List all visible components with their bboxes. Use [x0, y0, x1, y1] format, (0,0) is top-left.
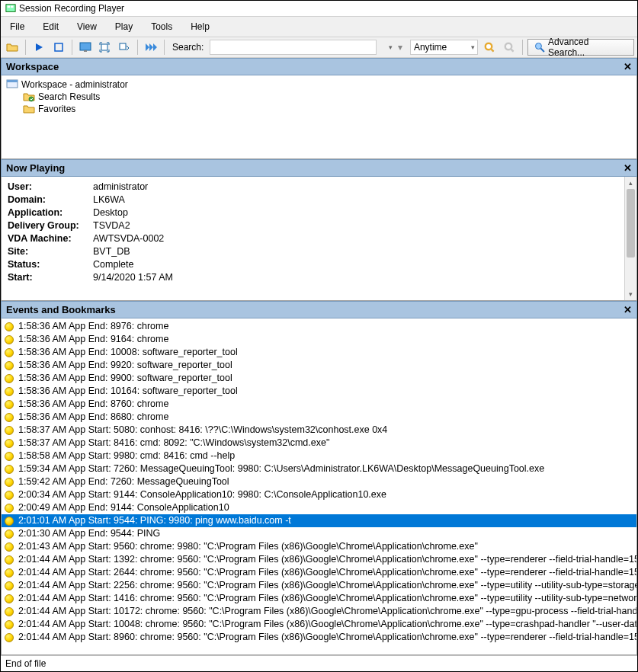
stop-button[interactable] [50, 39, 67, 56]
event-row[interactable]: 1:59:34 AM App Start: 7260: MessageQueui… [2, 462, 636, 475]
event-row[interactable]: 1:58:36 AM App End: 8976: chrome [2, 320, 636, 333]
event-row[interactable]: 2:01:44 AM App Start: 10172: chrome: 956… [2, 605, 636, 618]
event-text: 2:01:30 AM App End: 9544: PING [18, 527, 160, 540]
event-dot-icon [5, 439, 14, 448]
separator [72, 40, 72, 55]
time-filter-dropdown[interactable]: Anytime [410, 40, 479, 55]
fit-button[interactable] [96, 39, 113, 56]
event-text: 1:58:37 AM App Start: 5080: conhost: 841… [18, 424, 387, 437]
tree-favorites[interactable]: Favorites [6, 103, 632, 115]
event-row[interactable]: 2:01:44 AM App Start: 2256: chrome: 9560… [2, 579, 636, 592]
event-dot-icon [5, 478, 14, 487]
event-row[interactable]: 1:58:36 AM App End: 10164: software_repo… [2, 385, 636, 398]
event-row[interactable]: 1:58:36 AM App End: 8760: chrome [2, 398, 636, 411]
event-dot-icon [5, 322, 14, 331]
event-row[interactable]: 1:58:36 AM App End: 9164: chrome [2, 333, 636, 346]
event-row[interactable]: 2:01:44 AM App Start: 8960: chrome: 9560… [2, 631, 636, 644]
menu-edit[interactable]: Edit [34, 19, 68, 34]
event-row[interactable]: 2:01:44 AM App Start: 10048: chrome: 956… [2, 618, 636, 631]
search-input[interactable] [210, 40, 377, 55]
separator [25, 40, 26, 55]
nowplaying-row: VDA Machine:AWTSVDA-0002 [8, 232, 618, 245]
nowplaying-close-button[interactable]: ✕ [624, 162, 632, 174]
event-row[interactable]: 1:58:36 AM App End: 10008: software_repo… [2, 346, 636, 359]
nowplaying-key: Delivery Group: [8, 219, 93, 232]
event-row[interactable]: 2:01:44 AM App Start: 2644: chrome: 9560… [2, 566, 636, 579]
nowplaying-value: Complete [93, 258, 134, 271]
open-button[interactable] [4, 39, 21, 56]
nowplaying-value: administrator [93, 181, 148, 194]
separator [137, 40, 138, 55]
event-row[interactable]: 1:58:36 AM App End: 8680: chrome [2, 411, 636, 424]
nowplaying-value: BVT_DB [93, 245, 130, 258]
nowplaying-key: Status: [8, 258, 93, 271]
play-button[interactable] [30, 39, 47, 56]
event-row[interactable]: 1:58:37 AM App Start: 8416: cmd: 8092: "… [2, 437, 636, 450]
menu-help[interactable]: Help [181, 19, 219, 34]
event-row[interactable]: 1:59:42 AM App End: 7260: MessageQueuing… [2, 475, 636, 488]
event-row[interactable]: 2:01:43 AM App Start: 9560: chrome: 9980… [2, 540, 636, 553]
menu-view[interactable]: View [68, 19, 106, 34]
event-row[interactable]: 2:01:44 AM App Start: 1416: chrome: 9560… [2, 592, 636, 605]
tree-search-results[interactable]: Search Results [6, 91, 632, 103]
event-row[interactable]: 2:01:01 AM App Start: 9544: PING: 9980: … [2, 514, 636, 527]
time-filter-value: Anytime [414, 42, 447, 53]
event-text: 1:58:36 AM App End: 9164: chrome [18, 333, 168, 346]
workspace-close-button[interactable]: ✕ [624, 61, 632, 72]
search-label: Search: [172, 42, 204, 53]
fast-forward-button[interactable] [143, 39, 159, 56]
workspace-header: Workspace ✕ [1, 58, 637, 75]
event-dot-icon [5, 530, 14, 539]
nowplaying-key: Domain: [8, 194, 93, 206]
event-dot-icon [5, 348, 14, 357]
event-dot-icon [5, 555, 14, 565]
svg-point-8 [486, 44, 491, 49]
event-row[interactable]: 2:00:49 AM App End: 9144: ConsoleApplica… [2, 501, 636, 514]
resize-button[interactable] [116, 39, 133, 56]
nowplaying-row: Status:Complete [8, 258, 618, 271]
svg-point-14 [29, 97, 34, 101]
menu-file[interactable]: File [1, 19, 34, 34]
event-row[interactable]: 2:01:30 AM App End: 9544: PING [2, 527, 636, 540]
nowplaying-value: 9/14/2020 1:57 AM [93, 271, 173, 284]
event-dot-icon [5, 633, 14, 642]
event-dot-icon [5, 542, 14, 552]
tree-root[interactable]: Workspace - administrator [6, 78, 632, 91]
search-go-button[interactable] [481, 39, 498, 56]
events-list[interactable]: 1:58:36 AM App End: 8976: chrome1:58:36 … [2, 318, 636, 654]
event-row[interactable]: 1:58:37 AM App Start: 5080: conhost: 841… [2, 424, 636, 437]
status-text: End of file [5, 658, 46, 669]
app-icon [5, 3, 16, 14]
toolbar: Search: ▾ Anytime Advanced Search... [1, 37, 637, 58]
event-row[interactable]: 1:58:36 AM App End: 9920: software_repor… [2, 359, 636, 372]
event-dot-icon [5, 387, 14, 396]
event-dot-icon [5, 517, 14, 526]
search-dropdown-arrow[interactable]: ▾ [398, 42, 402, 53]
nowplaying-header: Now Playing ✕ [1, 159, 637, 177]
nowplaying-scrollbar[interactable]: ▴ ▾ [624, 177, 636, 300]
advanced-search-button[interactable]: Advanced Search... [527, 39, 634, 56]
event-dot-icon [5, 491, 14, 500]
menu-tools[interactable]: Tools [142, 19, 181, 34]
nowplaying-value: AWTSVDA-0002 [93, 232, 164, 245]
event-row[interactable]: 1:58:58 AM App Start: 9980: cmd: 8416: c… [2, 450, 636, 462]
event-row[interactable]: 1:58:36 AM App End: 9900: software_repor… [2, 372, 636, 385]
menu-play[interactable]: Play [106, 19, 142, 34]
nowplaying-row: Delivery Group:TSVDA2 [8, 219, 618, 232]
workspace-title: Workspace [6, 61, 59, 72]
tree-search-results-label: Search Results [38, 91, 100, 102]
svg-rect-7 [120, 43, 126, 50]
event-dot-icon [5, 426, 14, 435]
event-row[interactable]: 2:00:34 AM App Start: 9144: ConsoleAppli… [2, 488, 636, 501]
event-row[interactable]: 2:01:44 AM App Start: 1392: chrome: 9560… [2, 553, 636, 566]
event-text: 2:01:44 AM App Start: 2256: chrome: 9560… [18, 579, 636, 592]
screen-button[interactable] [77, 39, 94, 56]
event-text: 2:00:49 AM App End: 9144: ConsoleApplica… [18, 501, 229, 514]
events-close-button[interactable]: ✕ [624, 304, 632, 315]
statusbar: End of file [1, 655, 637, 671]
nowplaying-value: LK6WA [93, 194, 125, 206]
nowplaying-body: User:administratorDomain:LK6WAApplicatio… [1, 177, 637, 301]
event-text: 2:01:43 AM App Start: 9560: chrome: 9980… [18, 540, 478, 553]
search-clear-button[interactable] [501, 39, 518, 56]
advanced-search-label: Advanced Search... [548, 37, 627, 58]
